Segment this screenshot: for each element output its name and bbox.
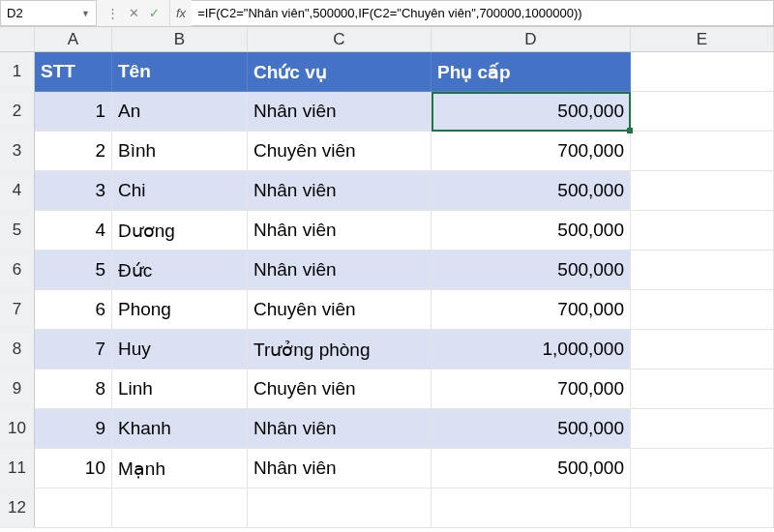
cell-E4[interactable] <box>631 171 774 211</box>
cell-E1[interactable] <box>631 52 774 92</box>
col-header-A[interactable]: A <box>35 27 112 51</box>
cell-E8[interactable] <box>631 330 774 369</box>
cell-D2-selected[interactable]: 500,000 <box>432 92 631 132</box>
cell-B11[interactable]: Mạnh <box>112 449 248 488</box>
fx-label[interactable]: fx <box>170 0 192 26</box>
cell-C12[interactable] <box>248 488 432 528</box>
row-header[interactable]: 6 <box>0 251 35 290</box>
cell-E6[interactable] <box>631 251 774 290</box>
cell-B2[interactable]: An <box>112 92 248 132</box>
cell-E10[interactable] <box>631 409 774 449</box>
cell-D1[interactable]: Phụ cấp <box>432 52 631 92</box>
cell-D12[interactable] <box>432 488 631 528</box>
cell-D9[interactable]: 700,000 <box>432 369 631 409</box>
chevron-down-icon[interactable]: ▼ <box>81 9 90 18</box>
cell-E3[interactable] <box>631 132 774 171</box>
cell-A11[interactable]: 10 <box>35 449 112 488</box>
column-headers: A B C D E <box>0 27 774 52</box>
col-header-E[interactable]: E <box>631 27 774 51</box>
cell-A9[interactable]: 8 <box>35 369 112 409</box>
worksheet-grid[interactable]: 1 STT Tên Chức vụ Phụ cấp 2 1 An Nhân vi… <box>0 52 774 528</box>
cell-C8[interactable]: Trưởng phòng <box>248 330 432 369</box>
cell-C1[interactable]: Chức vụ <box>248 52 432 92</box>
cell-C3[interactable]: Chuyên viên <box>248 132 432 171</box>
cell-B1[interactable]: Tên <box>112 52 248 92</box>
cell-A12[interactable] <box>35 488 112 528</box>
cell-A4[interactable]: 3 <box>35 171 112 211</box>
cell-A6[interactable]: 5 <box>35 251 112 290</box>
cell-B4[interactable]: Chi <box>112 171 248 211</box>
name-box[interactable]: D2 ▼ <box>0 0 97 26</box>
cell-B12[interactable] <box>112 488 248 528</box>
row-header[interactable]: 4 <box>0 171 35 211</box>
cell-D6[interactable]: 500,000 <box>432 251 631 290</box>
cell-D7[interactable]: 700,000 <box>432 290 631 330</box>
cell-C2[interactable]: Nhân viên <box>248 92 432 132</box>
cell-D10[interactable]: 500,000 <box>432 409 631 449</box>
name-box-value: D2 <box>7 6 23 20</box>
row-header[interactable]: 10 <box>0 409 35 449</box>
row-header[interactable]: 7 <box>0 290 35 330</box>
row-header[interactable]: 11 <box>0 449 35 488</box>
cell-D11[interactable]: 500,000 <box>432 449 631 488</box>
cell-B7[interactable]: Phong <box>112 290 248 330</box>
cell-A2[interactable]: 1 <box>35 92 112 132</box>
cell-E12[interactable] <box>631 488 774 528</box>
formula-tool-group: ⋮ ✕ ✓ <box>97 0 170 26</box>
cell-A10[interactable]: 9 <box>35 409 112 449</box>
cell-B5[interactable]: Dương <box>112 211 248 251</box>
select-all-corner[interactable] <box>0 27 35 51</box>
cell-A5[interactable]: 4 <box>35 211 112 251</box>
accept-icon[interactable]: ✓ <box>149 6 160 20</box>
col-header-B[interactable]: B <box>112 27 248 51</box>
row-header[interactable]: 1 <box>0 52 35 92</box>
cell-A8[interactable]: 7 <box>35 330 112 369</box>
row-header[interactable]: 12 <box>0 488 35 528</box>
cell-B8[interactable]: Huy <box>112 330 248 369</box>
cancel-icon[interactable]: ✕ <box>129 6 139 20</box>
cell-B6[interactable]: Đức <box>112 251 248 290</box>
formula-bar: D2 ▼ ⋮ ✕ ✓ fx =IF(C2="Nhân viên",500000,… <box>0 0 774 27</box>
cell-E9[interactable] <box>631 369 774 409</box>
row-header[interactable]: 2 <box>0 92 35 132</box>
cell-D4[interactable]: 500,000 <box>432 171 631 211</box>
cell-C6[interactable]: Nhân viên <box>248 251 432 290</box>
cell-E2[interactable] <box>631 92 774 132</box>
row-header[interactable]: 9 <box>0 369 35 409</box>
col-header-C[interactable]: C <box>248 27 432 51</box>
cell-C7[interactable]: Chuyên viên <box>248 290 432 330</box>
cell-C10[interactable]: Nhân viên <box>248 409 432 449</box>
cell-E5[interactable] <box>631 211 774 251</box>
row-header[interactable]: 5 <box>0 211 35 251</box>
row-header[interactable]: 8 <box>0 330 35 369</box>
cell-C4[interactable]: Nhân viên <box>248 171 432 211</box>
formula-input[interactable]: =IF(C2="Nhân viên",500000,IF(C2="Chuyên … <box>192 0 774 26</box>
cell-A1[interactable]: STT <box>35 52 112 92</box>
cell-C9[interactable]: Chuyên viên <box>248 369 432 409</box>
cell-A3[interactable]: 2 <box>35 132 112 171</box>
cell-D8[interactable]: 1,000,000 <box>432 330 631 369</box>
cell-D5[interactable]: 500,000 <box>432 211 631 251</box>
cell-B9[interactable]: Linh <box>112 369 248 409</box>
cell-E7[interactable] <box>631 290 774 330</box>
cell-C11[interactable]: Nhân viên <box>248 449 432 488</box>
col-header-D[interactable]: D <box>432 27 631 51</box>
cell-E11[interactable] <box>631 449 774 488</box>
cell-A7[interactable]: 6 <box>35 290 112 330</box>
ellipsis-icon[interactable]: ⋮ <box>106 6 119 20</box>
row-header[interactable]: 3 <box>0 132 35 171</box>
cell-D3[interactable]: 700,000 <box>432 132 631 171</box>
cell-B10[interactable]: Khanh <box>112 409 248 449</box>
cell-B3[interactable]: Bình <box>112 132 248 171</box>
cell-C5[interactable]: Nhân viên <box>248 211 432 251</box>
